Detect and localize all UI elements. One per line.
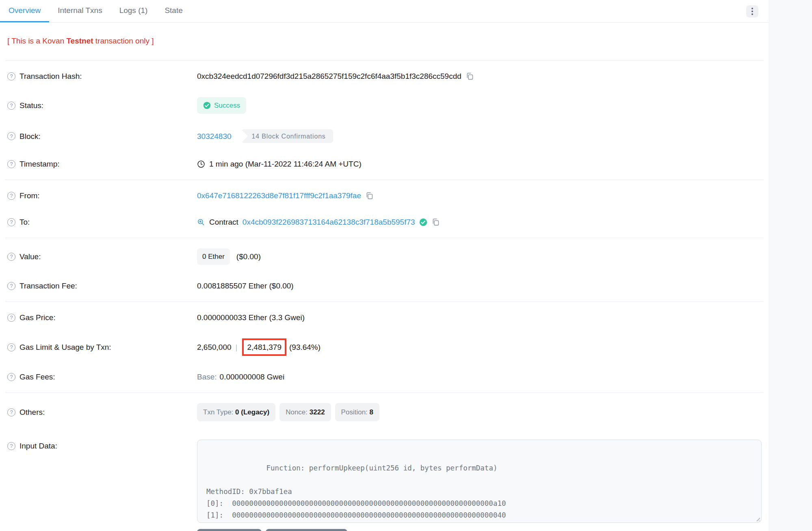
transaction-page: Overview Internal Txns Logs (1) State [ … — [0, 0, 812, 531]
help-icon[interactable]: ? — [7, 192, 15, 200]
page-background-rail — [769, 0, 812, 531]
clock-icon — [197, 160, 205, 168]
help-icon[interactable]: ? — [7, 160, 15, 168]
timestamp-label: Timestamp: — [19, 158, 60, 169]
zoom-in-icon[interactable] — [197, 218, 205, 226]
row-transaction-hash: ? Transaction Hash: 0xcb324eedcd1d07296f… — [5, 63, 764, 89]
kebab-menu-button[interactable] — [746, 5, 758, 17]
row-block: ? Block: 30324830 14 Block Confirmations — [5, 121, 764, 151]
transaction-hash-label: Transaction Hash: — [19, 71, 82, 82]
row-gas-price: ? Gas Price: 0.0000000033 Ether (3.3 Gwe… — [5, 304, 764, 331]
decode-input-data-button[interactable]: Decode Input Data — [266, 529, 348, 531]
verified-check-icon — [419, 218, 427, 226]
gas-fees-base-value: 0.000000008 Gwei — [220, 371, 285, 382]
resize-grip[interactable] — [755, 516, 760, 521]
gas-price-label: Gas Price: — [19, 312, 56, 323]
input-data-textarea[interactable]: Function: performUpkeep(uint256 id, byte… — [197, 440, 762, 523]
row-timestamp: ? Timestamp: 1 min ago (Mar-11-2022 11:4… — [5, 151, 764, 177]
gas-used-percent: (93.64%) — [289, 342, 320, 353]
help-icon[interactable]: ? — [7, 132, 15, 140]
help-icon[interactable]: ? — [7, 282, 15, 290]
row-others: ? Others: Txn Type: 0 (Legacy) Nonce: 32… — [5, 395, 764, 429]
transaction-hash-value: 0xcb324eedcd1d07296fdf3d215a2865275f159c… — [197, 71, 461, 82]
tab-logs[interactable]: Logs (1) — [111, 0, 156, 22]
from-address-link[interactable]: 0x647e7168122263d8e7f81f17fff9c2f1aa379f… — [197, 190, 361, 201]
row-to: ? To: Contract 0x4cb093f226983713164a621… — [5, 209, 764, 235]
help-icon[interactable]: ? — [7, 102, 15, 110]
help-icon[interactable]: ? — [7, 72, 15, 80]
testnet-warning: [ This is a Kovan Testnet transaction on… — [5, 25, 764, 58]
row-transaction-fee: ? Transaction Fee: 0.0081885507 Ether ($… — [5, 273, 764, 299]
input-data-text: Function: performUpkeep(uint256 id, byte… — [206, 464, 506, 523]
txn-type-badge: Txn Type: 0 (Legacy) — [197, 403, 275, 421]
help-icon[interactable]: ? — [7, 442, 15, 450]
tab-internal-txns[interactable]: Internal Txns — [49, 0, 110, 22]
row-input-data: ? Input Data: Function: performUpkeep(ui… — [5, 429, 764, 531]
dot-icon — [751, 11, 753, 12]
copy-icon[interactable] — [365, 191, 374, 200]
row-gas-limit-usage: ? Gas Limit & Usage by Txn: 2,650,000 | … — [5, 331, 764, 364]
pipe-separator: | — [236, 342, 238, 353]
transaction-fee-label: Transaction Fee: — [19, 280, 77, 291]
help-icon[interactable]: ? — [7, 373, 15, 381]
tab-bar: Overview Internal Txns Logs (1) State — [0, 0, 769, 23]
value-label: Value: — [19, 251, 41, 262]
tab-overview[interactable]: Overview — [0, 0, 49, 22]
transaction-fee-value: 0.0081885507 Ether ($0.00) — [197, 280, 294, 291]
to-label: To: — [19, 217, 30, 228]
others-label: Others: — [19, 407, 45, 418]
from-label: From: — [19, 190, 40, 201]
check-circle-icon — [203, 102, 211, 109]
gas-used-highlight-box: 2,481,379 — [242, 338, 286, 356]
dot-icon — [751, 13, 753, 15]
status-label: Status: — [19, 100, 43, 111]
gas-used-value: 2,481,379 — [247, 343, 281, 351]
copy-icon[interactable] — [466, 72, 474, 80]
help-icon[interactable]: ? — [7, 218, 15, 226]
block-number-link[interactable]: 30324830 — [197, 131, 232, 142]
gas-fees-base-label: Base: — [197, 371, 217, 382]
gas-limit-value: 2,650,000 — [197, 342, 232, 353]
help-icon[interactable]: ? — [7, 253, 15, 261]
status-badge: Success — [197, 97, 246, 114]
help-icon[interactable]: ? — [7, 408, 15, 416]
input-data-label: Input Data: — [19, 440, 57, 451]
copy-icon[interactable] — [431, 218, 440, 226]
block-confirmations-badge: 14 Block Confirmations — [241, 129, 333, 143]
transaction-card: Overview Internal Txns Logs (1) State [ … — [0, 0, 769, 531]
row-from: ? From: 0x647e7168122263d8e7f81f17fff9c2… — [5, 182, 764, 209]
view-input-as-button[interactable]: View Input As — [197, 529, 262, 531]
position-badge: Position: 8 — [335, 403, 379, 421]
help-icon[interactable]: ? — [7, 314, 15, 322]
gas-limit-label: Gas Limit & Usage by Txn: — [19, 342, 111, 353]
value-amount-badge: 0 Ether — [197, 248, 230, 265]
row-value: ? Value: 0 Ether ($0.00) — [5, 241, 764, 273]
gas-fees-label: Gas Fees: — [19, 371, 55, 382]
timestamp-value: 1 min ago (Mar-11-2022 11:46:24 AM +UTC) — [209, 158, 362, 169]
block-label: Block: — [19, 131, 41, 142]
to-contract-prefix: Contract — [209, 217, 238, 228]
nonce-badge: Nonce: 3222 — [279, 403, 331, 421]
tab-state[interactable]: State — [156, 0, 191, 22]
help-icon[interactable]: ? — [7, 343, 15, 351]
dot-icon — [751, 8, 753, 9]
gas-price-value: 0.0000000033 Ether (3.3 Gwei) — [197, 312, 305, 323]
value-usd: ($0.00) — [236, 251, 261, 262]
row-gas-fees: ? Gas Fees: Base: 0.000000008 Gwei — [5, 364, 764, 390]
status-badge-text: Success — [214, 100, 240, 111]
to-address-link[interactable]: 0x4cb093f226983713164a62138c3f718a5b595f… — [243, 217, 415, 228]
row-status: ? Status: Success — [5, 89, 764, 121]
